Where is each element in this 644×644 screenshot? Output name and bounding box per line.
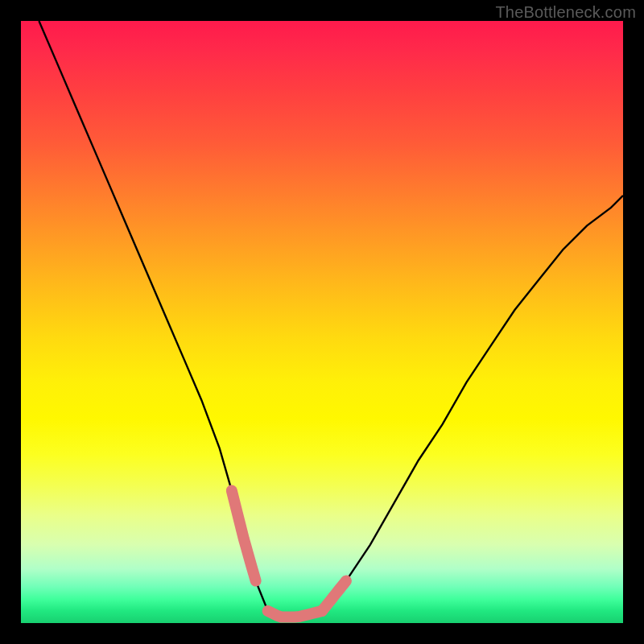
chart-svg bbox=[21, 21, 623, 623]
highlight-segment bbox=[268, 611, 322, 617]
curve-line bbox=[39, 21, 623, 617]
highlight-segment bbox=[322, 581, 346, 611]
highlight-segments bbox=[232, 490, 346, 617]
chart-frame: TheBottleneck.com bbox=[0, 0, 644, 644]
plot-area bbox=[21, 21, 623, 623]
bottleneck-curve bbox=[39, 21, 623, 617]
watermark-text: TheBottleneck.com bbox=[495, 3, 636, 22]
highlight-segment bbox=[232, 490, 256, 580]
